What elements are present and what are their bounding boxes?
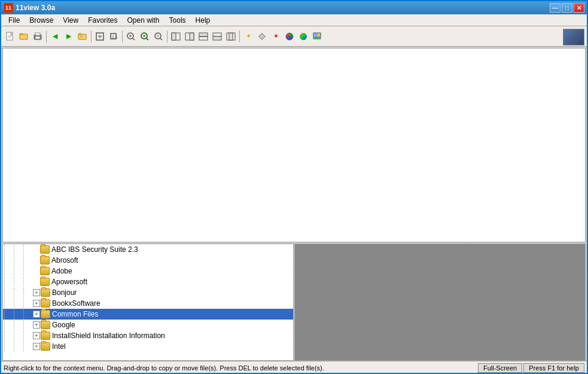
folder-icon <box>40 256 50 264</box>
tree-item-label: Adobe <box>51 267 72 275</box>
title-bar: 11 11view 3.0a — □ ✕ <box>1 1 587 14</box>
tree-item[interactable]: +Common Files <box>3 309 293 320</box>
tree-item[interactable]: Adobe <box>3 266 293 276</box>
folder-icon <box>40 278 50 286</box>
folder-icon <box>41 321 50 329</box>
svg-rect-6 <box>35 37 40 39</box>
status-bar: Right-click to for the context menu. Dra… <box>1 361 587 374</box>
zoom-in-button[interactable] <box>124 30 138 43</box>
tree-item[interactable]: +InstallShield Installation Information <box>3 330 293 341</box>
tree-item-label: InstallShield Installation Information <box>52 332 165 340</box>
status-text: Right-click to for the context menu. Dra… <box>4 364 478 372</box>
menu-view[interactable]: View <box>58 15 83 26</box>
folder-icon <box>41 332 50 340</box>
panel5-button[interactable] <box>224 30 237 43</box>
folder-icon <box>40 245 50 254</box>
fit-window-button[interactable] <box>93 30 106 43</box>
svg-rect-36 <box>229 33 233 40</box>
menu-file[interactable]: File <box>4 15 25 26</box>
app-icon: 11 <box>4 3 13 13</box>
panel2-button[interactable] <box>183 30 196 43</box>
tree-item[interactable]: +Bonjour <box>3 287 293 298</box>
expand-icon[interactable]: + <box>33 343 40 350</box>
new-button[interactable] <box>4 30 17 43</box>
title-text: 11view 3.0a <box>16 4 550 12</box>
menu-bar: File Browse View Favorites Open with Too… <box>1 14 587 26</box>
tree-item[interactable]: Abrosoft <box>3 255 293 266</box>
color-balance-button[interactable] <box>297 30 310 43</box>
zoom-out-button[interactable] <box>152 30 165 43</box>
tree-item-label: Bonjour <box>52 288 77 297</box>
expand-icon[interactable]: + <box>33 321 40 329</box>
panel3-button[interactable] <box>197 30 210 43</box>
zoom-in-2-button[interactable] <box>138 30 151 43</box>
fullscreen-button[interactable]: Full-Screen <box>478 363 522 373</box>
menu-tools[interactable]: Tools <box>164 15 191 26</box>
brightness-up-button[interactable]: ✦ <box>242 30 255 43</box>
svg-point-37 <box>260 34 264 39</box>
expand-icon[interactable]: + <box>33 289 40 296</box>
app-icon-label: 11 <box>5 5 11 11</box>
maximize-button[interactable]: □ <box>562 3 572 13</box>
image-button[interactable] <box>310 30 324 43</box>
tree-item[interactable]: Apowersoft <box>3 276 293 287</box>
svg-rect-32 <box>199 37 208 40</box>
expand-icon[interactable]: + <box>33 300 40 307</box>
svg-rect-4 <box>20 34 23 35</box>
tree-item-label: Google <box>52 321 75 329</box>
expand-icon[interactable]: + <box>33 311 40 318</box>
svg-rect-9 <box>78 34 81 35</box>
toolbar-sep-3 <box>122 31 123 42</box>
preview-area <box>2 48 586 242</box>
tree-item[interactable]: +Intel <box>3 341 293 352</box>
toolbar-sep-4 <box>167 31 167 42</box>
help-button[interactable]: Press F1 for help <box>523 363 584 373</box>
bottom-area: ABC IBS Security Suite 2.3AbrosoftAdobeA… <box>1 242 587 361</box>
folder-icon <box>41 310 50 318</box>
tree-item-label: Common Files <box>52 310 98 318</box>
panel4-button[interactable] <box>211 30 224 43</box>
tree-item[interactable]: +Google <box>3 320 293 330</box>
browse-button[interactable] <box>76 30 89 43</box>
expand-icon[interactable]: + <box>33 332 40 339</box>
back-button[interactable]: ◀ <box>48 30 62 43</box>
tree-item[interactable]: +BookxSoftware <box>3 298 293 309</box>
folder-icon <box>41 288 50 297</box>
folder-icon <box>41 299 50 308</box>
menu-help[interactable]: Help <box>191 15 215 26</box>
tree-item-label: ABC IBS Security Suite 2.3 <box>51 245 138 254</box>
svg-rect-31 <box>199 33 208 37</box>
folder-icon <box>40 267 50 275</box>
file-tree-pane: ABC IBS Security Suite 2.3AbrosoftAdobeA… <box>2 244 294 361</box>
toolbar: ◀ ▶ 1:1 ✦ ✶ <box>1 26 587 47</box>
tree-item-label: BookxSoftware <box>52 299 100 308</box>
fit-actual-button[interactable]: 1:1 <box>107 30 120 43</box>
close-button[interactable]: ✕ <box>574 3 584 13</box>
main-area: ABC IBS Security Suite 2.3AbrosoftAdobeA… <box>1 47 587 361</box>
svg-line-19 <box>133 38 135 40</box>
thumbnail-preview <box>563 29 584 45</box>
open-button[interactable] <box>17 30 31 43</box>
print-button[interactable] <box>31 30 44 43</box>
minimize-button[interactable]: — <box>550 3 560 13</box>
menu-browse[interactable]: Browse <box>25 15 58 26</box>
svg-line-23 <box>147 38 148 40</box>
svg-line-26 <box>160 38 162 40</box>
svg-point-45 <box>318 34 320 36</box>
svg-rect-34 <box>213 37 221 40</box>
contrast-button[interactable]: ✶ <box>269 30 282 43</box>
forward-button[interactable]: ▶ <box>62 30 75 43</box>
toolbar-sep-1 <box>46 31 47 42</box>
menu-open-with[interactable]: Open with <box>123 15 164 26</box>
brightness-down-button[interactable] <box>255 30 269 43</box>
file-tree-scroll[interactable]: ABC IBS Security Suite 2.3AbrosoftAdobeA… <box>3 244 293 360</box>
tree-item[interactable]: ABC IBS Security Suite 2.3 <box>3 244 293 255</box>
hue-button[interactable] <box>283 30 296 43</box>
panel1-button[interactable] <box>169 30 182 43</box>
folder-icon <box>41 342 50 351</box>
right-preview-pane <box>294 244 586 361</box>
svg-rect-33 <box>213 33 221 37</box>
svg-rect-7 <box>35 33 40 35</box>
menu-favorites[interactable]: Favorites <box>83 15 122 26</box>
status-right: Full-Screen Press F1 for help <box>478 363 584 373</box>
